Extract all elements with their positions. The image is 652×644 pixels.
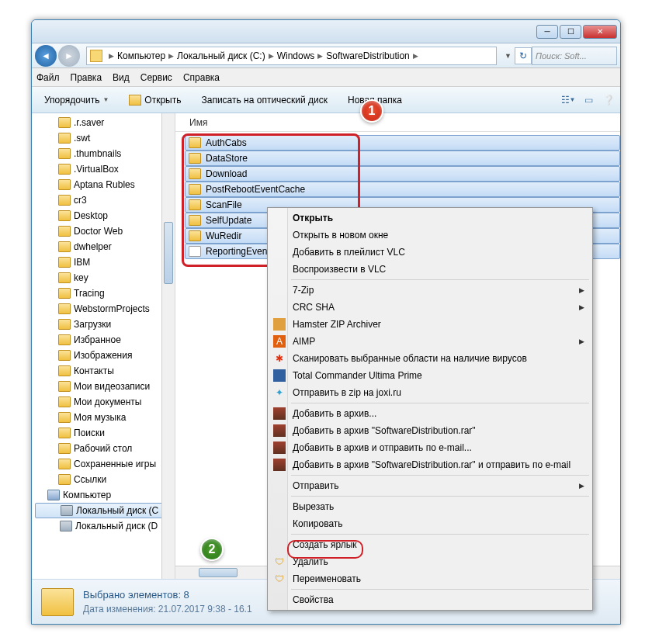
help-button[interactable]: ❔: [602, 93, 616, 107]
tree-item[interactable]: Изображения: [35, 348, 175, 363]
preview-pane-button[interactable]: ▭: [581, 93, 595, 107]
tree-item[interactable]: Загрузки: [35, 317, 175, 332]
file-row[interactable]: Download: [185, 166, 620, 182]
burn-button[interactable]: Записать на оптический диск: [193, 92, 335, 108]
folder-icon: [189, 137, 201, 148]
ctx-delete[interactable]: 🛡Удалить: [269, 553, 591, 570]
tree-item[interactable]: Мои видеозаписи: [35, 379, 175, 394]
menu-file[interactable]: Файл: [36, 72, 60, 83]
scrollbar-vertical[interactable]: [161, 113, 175, 579]
tree-drive[interactable]: Локальный диск (D: [35, 518, 175, 534]
tree-item[interactable]: .thumbnails: [35, 146, 175, 161]
ctx-create-shortcut[interactable]: Создать ярлык: [269, 536, 591, 553]
breadcrumb-sep[interactable]: ▶: [106, 52, 117, 60]
folder-icon: [58, 428, 71, 438]
folder-icon: [58, 272, 71, 283]
tree-item[interactable]: Ссылки: [35, 472, 175, 487]
tree-item-label: Локальный диск (D: [75, 521, 158, 531]
breadcrumb-computer[interactable]: Компьютер▶: [117, 50, 177, 61]
tree-item[interactable]: cr3: [35, 192, 175, 208]
tree-item[interactable]: Контакты: [35, 363, 175, 379]
open-button[interactable]: Открыть: [121, 92, 189, 108]
folder-icon: [189, 199, 201, 210]
tree-item[interactable]: Моя музыка: [35, 410, 175, 425]
scroll-thumb[interactable]: [164, 222, 173, 284]
sidebar: .r.saver.swt.thumbnails.VirtualBoxAptana…: [32, 113, 175, 579]
ctx-joxi[interactable]: ✦Отправить в zip на joxi.ru: [269, 384, 591, 401]
minimize-button[interactable]: ─: [536, 25, 558, 39]
file-icon: [189, 246, 201, 257]
folder-icon: [58, 396, 71, 407]
tree-item[interactable]: IBM: [35, 254, 175, 270]
file-row[interactable]: DataStore: [185, 151, 620, 166]
ctx-aimp[interactable]: AAIMP▶: [269, 333, 591, 350]
breadcrumb-current[interactable]: SoftwareDistribution▶: [326, 50, 421, 61]
folder-icon: [189, 184, 201, 195]
ctx-open[interactable]: Открыть: [269, 209, 591, 227]
tree-item[interactable]: WebstormProjects: [35, 301, 175, 317]
tree-computer[interactable]: Компьютер: [35, 487, 175, 503]
tree-item[interactable]: Избранное: [35, 332, 175, 348]
folder-icon: [58, 443, 71, 454]
tree-item-label: IBM: [74, 257, 90, 268]
ctx-send-to[interactable]: Отправить▶: [269, 477, 591, 494]
tree-item-label: Мои документы: [74, 396, 141, 407]
drive-icon: [61, 505, 73, 516]
tree-item[interactable]: key: [35, 270, 175, 286]
view-mode-button[interactable]: ☷ ▼: [561, 93, 575, 107]
tree-item[interactable]: Поиски: [35, 425, 175, 441]
refresh-button[interactable]: ↻: [515, 47, 532, 64]
file-row[interactable]: AuthCabs: [185, 135, 620, 151]
tree-item-label: Desktop: [74, 210, 108, 221]
tree-item[interactable]: Сохраненные игры: [35, 456, 175, 472]
ctx-total-commander[interactable]: Total Commander Ultima Prime: [269, 367, 591, 384]
tree-item-label: WebstormProjects: [74, 303, 150, 314]
folder-icon: [58, 148, 71, 159]
ctx-copy[interactable]: Копировать: [269, 515, 591, 532]
tree-item[interactable]: Мои документы: [35, 394, 175, 410]
tree-item[interactable]: Doctor Web: [35, 223, 175, 239]
ctx-crc-sha[interactable]: CRC SHA▶: [269, 299, 591, 316]
tree-item[interactable]: .r.saver: [35, 115, 175, 130]
ctx-rar-add-named[interactable]: Добавить в архив "SoftwareDistribution.r…: [269, 422, 591, 439]
tree-item[interactable]: .swt: [35, 130, 175, 146]
tree-item[interactable]: .VirtualBox: [35, 161, 175, 177]
back-button[interactable]: ◄: [35, 45, 57, 67]
tree-item[interactable]: Tracing: [35, 286, 175, 301]
address-bar[interactable]: ▶ Компьютер▶ Локальный диск (C:)▶ Window…: [86, 47, 497, 65]
ctx-rar-email[interactable]: Добавить в архив и отправить по e-mail..…: [269, 439, 591, 456]
menu-tools[interactable]: Сервис: [140, 72, 172, 83]
breadcrumb-windows[interactable]: Windows▶: [277, 50, 327, 61]
column-header[interactable]: Имя: [175, 113, 620, 132]
ctx-open-new-window[interactable]: Открыть в новом окне: [269, 227, 591, 244]
scroll-thumb[interactable]: [199, 568, 238, 577]
menu-edit[interactable]: Правка: [71, 72, 102, 83]
ctx-vlc-playlist[interactable]: Добавить в плейлист VLC: [269, 244, 591, 261]
ctx-rename[interactable]: 🛡Переименовать: [269, 570, 591, 587]
ctx-scan-virus[interactable]: ✱Сканировать выбранные области на наличи…: [269, 350, 591, 367]
ctx-vlc-play[interactable]: Воспроизвести в VLC: [269, 261, 591, 278]
tree-drive[interactable]: Локальный диск (C: [35, 503, 175, 518]
search-input[interactable]: Поиск: Soft...: [532, 47, 617, 65]
file-row[interactable]: PostRebootEventCache: [185, 182, 620, 197]
tree-item[interactable]: dwhelper: [35, 239, 175, 254]
menu-help[interactable]: Справка: [183, 72, 220, 83]
ctx-rar-email-named[interactable]: Добавить в архив "SoftwareDistribution.r…: [269, 456, 591, 473]
tree-item[interactable]: Aptana Rubles: [35, 177, 175, 192]
ctx-properties[interactable]: Свойства: [269, 591, 591, 608]
hamster-icon: [273, 318, 286, 331]
ctx-cut[interactable]: Вырезать: [269, 498, 591, 515]
close-button[interactable]: ✕: [583, 25, 617, 39]
addr-dropdown[interactable]: ▼: [505, 52, 512, 60]
ctx-hamster-zip[interactable]: Hamster ZIP Archiver: [269, 316, 591, 333]
breadcrumb-drive[interactable]: Локальный диск (C:)▶: [177, 50, 277, 61]
ctx-rar-add[interactable]: Добавить в архив...: [269, 405, 591, 422]
forward-button[interactable]: ►: [58, 45, 80, 67]
menu-view[interactable]: Вид: [113, 72, 130, 83]
organize-button[interactable]: Упорядочить▼: [36, 92, 116, 108]
tree-item[interactable]: Рабочий стол: [35, 441, 175, 456]
tree-item[interactable]: Desktop: [35, 208, 175, 223]
folder-icon: [58, 288, 71, 299]
ctx-7zip[interactable]: 7-Zip▶: [269, 282, 591, 299]
maximize-button[interactable]: ☐: [560, 25, 581, 39]
